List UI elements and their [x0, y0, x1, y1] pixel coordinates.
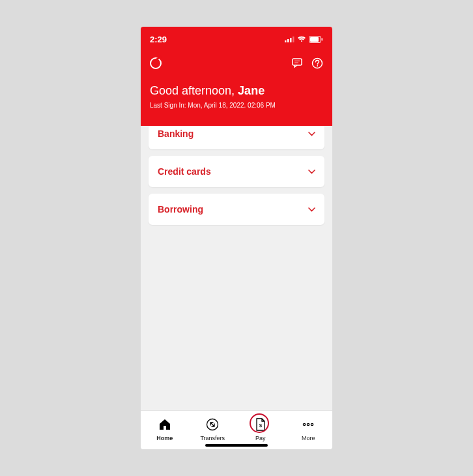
svg-rect-2: [290, 38, 292, 42]
credit-cards-label: Credit cards: [158, 166, 211, 177]
svg-rect-3: [293, 37, 294, 42]
svg-point-11: [317, 65, 318, 67]
tab-transfers-label: Transfers: [200, 435, 225, 441]
svg-rect-0: [285, 40, 287, 42]
bank-logo-icon[interactable]: [150, 57, 162, 69]
tab-pay[interactable]: $ Pay: [243, 416, 278, 441]
header: 2:29: [141, 27, 332, 126]
last-sign-in-text: Last Sign In: Mon, April 18, 2022. 02:06…: [150, 102, 323, 109]
main-content: Banking Credit cards Borrowing: [141, 118, 332, 410]
chat-icon[interactable]: [292, 58, 304, 68]
chevron-down-icon: [308, 132, 315, 136]
chevron-down-icon: [308, 207, 315, 212]
tab-home-label: Home: [156, 435, 173, 441]
tab-home[interactable]: Home: [147, 416, 182, 441]
svg-point-16: [311, 423, 313, 425]
top-toolbar: [150, 55, 323, 71]
svg-rect-6: [322, 38, 323, 40]
bottom-tab-bar: Home Transfers $ Pay: [141, 410, 332, 449]
borrowing-label: Borrowing: [158, 204, 203, 215]
status-bar: 2:29: [150, 32, 323, 46]
status-icons: [285, 36, 323, 43]
status-time: 2:29: [150, 35, 167, 44]
home-indicator: [205, 444, 268, 447]
svg-rect-5: [310, 37, 319, 42]
highlight-ring: [250, 413, 269, 433]
svg-rect-7: [293, 59, 302, 65]
credit-cards-card[interactable]: Credit cards: [149, 156, 324, 187]
svg-rect-1: [287, 39, 289, 42]
battery-icon: [309, 36, 323, 43]
user-name: Jane: [238, 84, 265, 97]
greeting-text: Good afternoon, Jane: [150, 84, 323, 98]
tab-more-label: More: [302, 435, 315, 441]
greeting-prefix: Good afternoon,: [150, 84, 238, 97]
svg-point-14: [304, 423, 306, 425]
borrowing-card[interactable]: Borrowing: [149, 194, 324, 225]
tab-transfers[interactable]: Transfers: [195, 416, 230, 441]
home-icon: [158, 419, 171, 430]
top-icons: [292, 57, 323, 69]
chevron-down-icon: [308, 170, 315, 174]
more-icon: [302, 423, 315, 426]
tab-more[interactable]: More: [291, 416, 326, 441]
tab-pay-label: Pay: [255, 435, 266, 441]
cellular-icon: [285, 36, 294, 42]
phone-frame: 2:29: [141, 27, 332, 449]
banking-label: Banking: [158, 128, 194, 139]
wifi-icon: [297, 36, 306, 42]
transfers-icon: [206, 418, 219, 431]
svg-point-15: [308, 423, 309, 425]
help-icon[interactable]: [311, 57, 323, 69]
